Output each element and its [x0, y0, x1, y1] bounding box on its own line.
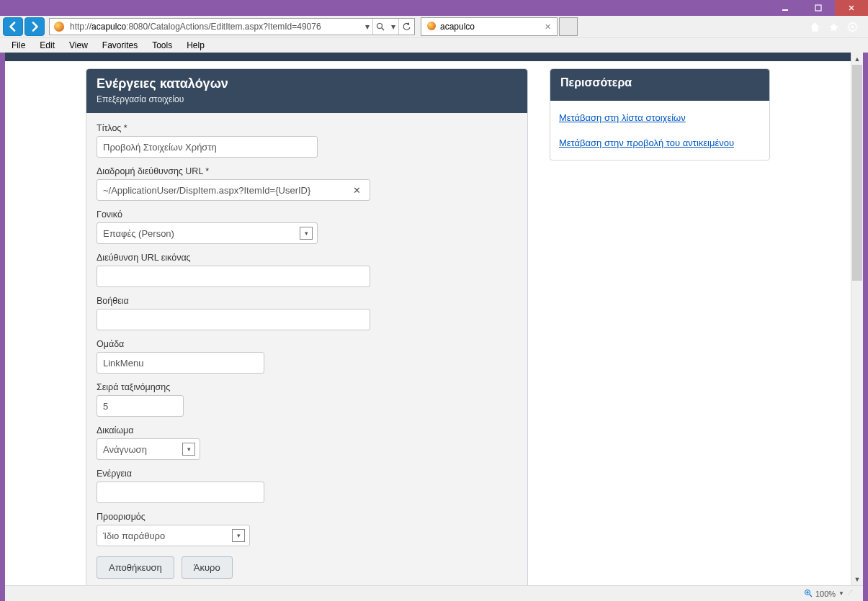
favorites-icon[interactable]: [828, 21, 839, 32]
imgurl-input[interactable]: [97, 266, 370, 287]
scroll-up-icon[interactable]: ▲: [851, 53, 863, 65]
zoom-dropdown-icon[interactable]: ▼: [838, 590, 844, 597]
address-bar[interactable]: http://acapulco:8080/CatalogActions/Edit…: [49, 18, 415, 35]
more-panel: Περισσότερα Μετάβαση στη λίστα στοιχείων…: [550, 68, 770, 161]
window-maximize-button[interactable]: [802, 0, 835, 16]
svg-point-4: [851, 25, 854, 28]
tab-title: acapulco: [440, 22, 475, 32]
urlpath-label: Διαδρομή διεύθυνσης URL *: [97, 166, 517, 176]
zoom-icon[interactable]: [804, 589, 813, 599]
home-icon[interactable]: [809, 21, 820, 32]
goto-list-link[interactable]: Μετάβαση στη λίστα στοιχείων: [559, 112, 761, 123]
page-header-strip: [5, 53, 851, 61]
zoom-level[interactable]: 100%: [815, 589, 836, 598]
perm-label: Δικαίωμα: [97, 425, 517, 435]
window-minimize-button[interactable]: [769, 0, 802, 16]
perm-value: Ανάγνωση: [103, 444, 147, 455]
svg-rect-0: [782, 9, 788, 11]
goto-view-link[interactable]: Μετάβαση στην προβολή του αντικειμένου: [559, 137, 761, 148]
menu-edit[interactable]: Edit: [32, 39, 62, 52]
cancel-button[interactable]: Άκυρο: [182, 556, 233, 579]
panel-title: Ενέργειες καταλόγων: [97, 76, 517, 91]
tab-favicon-icon: [427, 22, 436, 32]
title-input[interactable]: [97, 136, 318, 158]
site-favicon-icon: [53, 20, 66, 33]
scroll-thumb[interactable]: [852, 65, 862, 281]
edit-item-panel: Ενέργειες καταλόγων Επεξεργασία στοιχείο…: [86, 68, 528, 585]
action-input[interactable]: [97, 482, 264, 503]
clear-input-icon[interactable]: ✕: [350, 185, 364, 196]
resize-grip-icon[interactable]: ⋰: [847, 589, 857, 599]
chevron-down-icon: ▾: [182, 443, 195, 456]
url-text: http://acapulco:8080/CatalogActions/Edit…: [68, 22, 362, 32]
title-label: Τίτλος *: [97, 123, 517, 133]
parent-value: Επαφές (Person): [103, 228, 174, 239]
menu-favorites[interactable]: Favorites: [95, 39, 145, 52]
menu-tools[interactable]: Tools: [145, 39, 179, 52]
parent-select[interactable]: Επαφές (Person) ▾: [97, 222, 318, 244]
search-dropdown-icon[interactable]: ▾: [388, 22, 398, 32]
refresh-icon[interactable]: [398, 19, 414, 35]
panel-subtitle: Επεξεργασία στοιχείου: [97, 94, 517, 104]
group-label: Ομάδα: [97, 339, 517, 349]
action-label: Ενέργεια: [97, 469, 517, 479]
chevron-down-icon: ▾: [232, 529, 245, 542]
target-select[interactable]: Ίδιο παράθυρο ▾: [97, 525, 250, 546]
urlpath-input[interactable]: ✕: [97, 179, 370, 201]
sort-label: Σειρά ταξινόμησης: [97, 382, 517, 392]
new-tab-button[interactable]: [559, 17, 578, 36]
scroll-down-icon[interactable]: ▼: [851, 573, 863, 585]
search-icon[interactable]: [372, 19, 388, 35]
nav-forward-button[interactable]: [24, 17, 45, 36]
parent-label: Γονικό: [97, 209, 517, 220]
vertical-scrollbar[interactable]: ▲ ▼: [851, 53, 863, 585]
target-value: Ίδιο παράθυρο: [103, 530, 165, 541]
save-button[interactable]: Αποθήκευση: [97, 556, 174, 579]
help-input[interactable]: [97, 309, 370, 330]
help-label: Βοήθεια: [97, 296, 517, 306]
nav-back-button[interactable]: [3, 17, 23, 36]
chevron-down-icon: ▾: [300, 227, 313, 240]
menu-help[interactable]: Help: [179, 39, 212, 52]
menu-view[interactable]: View: [62, 39, 95, 52]
url-dropdown-icon[interactable]: ▾: [362, 22, 372, 32]
side-panel-title: Περισσότερα: [560, 76, 759, 89]
group-input[interactable]: [97, 352, 264, 374]
menu-file[interactable]: File: [4, 39, 32, 52]
tools-icon[interactable]: [846, 21, 858, 32]
browser-tab[interactable]: acapulco ✕: [421, 17, 558, 36]
sort-input[interactable]: [97, 395, 184, 417]
window-close-button[interactable]: [835, 0, 868, 16]
perm-select[interactable]: Ανάγνωση ▾: [97, 438, 200, 460]
svg-rect-1: [815, 5, 821, 11]
imgurl-label: Διεύθυνση URL εικόνας: [97, 253, 517, 263]
target-label: Προορισμός: [97, 512, 517, 522]
svg-point-2: [377, 23, 382, 28]
tab-close-icon[interactable]: ✕: [545, 22, 551, 32]
